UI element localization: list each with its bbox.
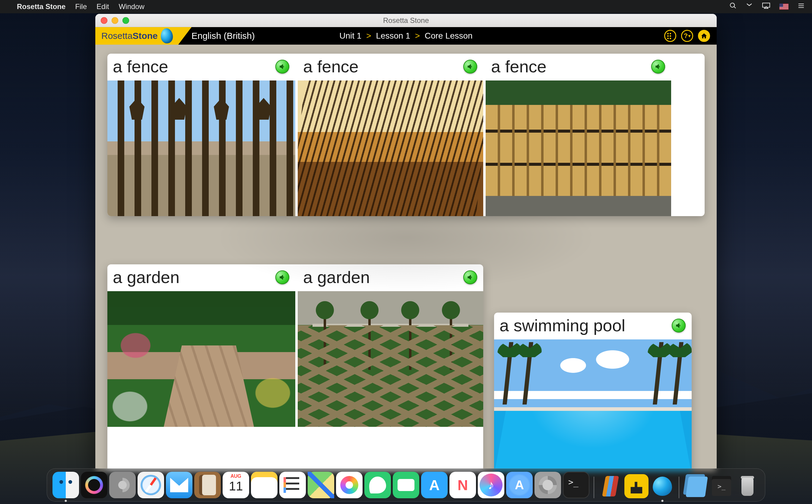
play-audio-button[interactable]: [672, 319, 686, 332]
card-label: a swimming pool: [500, 316, 625, 335]
dock-folder-icon[interactable]: [709, 474, 734, 498]
dock-finder-icon[interactable]: [52, 472, 79, 498]
window-close-button[interactable]: [101, 17, 107, 24]
card-image-fence-iron: [107, 80, 295, 216]
rosetta-stone-logo[interactable]: RosettaStone: [95, 27, 178, 45]
menu-extra-icon[interactable]: [746, 2, 753, 11]
play-audio-button[interactable]: [463, 270, 477, 284]
dock-appstore-icon[interactable]: [421, 472, 448, 498]
dock-notes-icon[interactable]: [251, 472, 277, 498]
breadcrumb-lesson: Lesson 1: [376, 31, 410, 40]
dock-photos-icon[interactable]: [336, 472, 362, 498]
menu-file[interactable]: File: [75, 2, 87, 11]
card-group-row-1: a fence a fence: [107, 54, 705, 216]
dock-siri-icon[interactable]: [81, 472, 107, 498]
dock-news-icon[interactable]: [450, 472, 476, 498]
card-label: a fence: [303, 57, 358, 76]
help-button[interactable]: ?▾: [681, 30, 693, 42]
card-label: a garden: [303, 267, 370, 287]
lesson-card[interactable]: a swimming pool: [494, 313, 692, 471]
dock-forklift-icon[interactable]: [624, 474, 649, 498]
play-audio-button[interactable]: [275, 60, 289, 74]
dock-rosetta-stone-icon[interactable]: [650, 474, 675, 498]
play-audio-button[interactable]: [463, 60, 477, 74]
play-audio-button[interactable]: [275, 270, 289, 284]
card-group-row-2b: a swimming pool: [494, 313, 692, 471]
dock-contacts-icon[interactable]: [194, 472, 221, 498]
rosetta-stone-icon: [160, 28, 173, 44]
app-header-bar: RosettaStone English (British) Unit 1 > …: [95, 27, 717, 45]
card-label: a garden: [113, 267, 179, 287]
card-image-garden-path: [107, 291, 295, 427]
macos-dock: [47, 468, 765, 502]
dock-messages-icon[interactable]: [364, 472, 391, 498]
lesson-card[interactable]: a garden: [295, 264, 483, 471]
dock-downloads-icon[interactable]: [684, 474, 708, 498]
dock-books-stack-icon[interactable]: [599, 474, 623, 498]
score-overview-button[interactable]: [664, 30, 676, 42]
lesson-card[interactable]: a fence: [107, 54, 295, 216]
card-label: a fence: [113, 57, 168, 76]
logo-text-b: Stone: [132, 31, 157, 41]
lesson-card[interactable]: a fence: [483, 54, 671, 216]
menu-window[interactable]: Window: [118, 2, 144, 11]
dock-trash-icon[interactable]: [735, 474, 760, 498]
window-minimize-button[interactable]: [112, 17, 118, 24]
window-titlebar[interactable]: Rosetta Stone: [95, 14, 717, 27]
input-source-us-flag-icon[interactable]: [779, 4, 788, 10]
dock-mac-appstore-icon[interactable]: [506, 472, 533, 498]
card-image-garden-formal: [298, 291, 483, 427]
menubar-app-name[interactable]: Rosetta Stone: [17, 2, 65, 11]
lesson-work-area: a fence a fence: [95, 45, 717, 471]
card-label: a fence: [491, 57, 547, 76]
spotlight-search-icon[interactable]: [729, 2, 737, 11]
macos-menubar: Rosetta Stone File Edit Window: [0, 0, 812, 13]
card-image-swimming-pool: [494, 339, 692, 471]
airplay-displays-icon[interactable]: [762, 2, 770, 11]
dock-system-preferences-icon[interactable]: [535, 472, 561, 498]
window-zoom-button[interactable]: [122, 17, 129, 24]
dock-safari-icon[interactable]: [137, 472, 164, 498]
notification-center-icon[interactable]: [798, 2, 805, 11]
dock-reminders-icon[interactable]: [279, 472, 306, 498]
dock-separator: [679, 477, 679, 498]
window-traffic-lights: [95, 17, 129, 24]
app-window: Rosetta Stone RosettaStone English (Brit…: [95, 14, 717, 471]
dock-itunes-icon[interactable]: [478, 472, 504, 498]
logo-text-a: Rosetta: [101, 31, 132, 41]
dock-launchpad-icon[interactable]: [109, 472, 136, 498]
dock-terminal-icon[interactable]: [563, 472, 589, 498]
dock-separator: [594, 477, 594, 498]
dock-mail-icon[interactable]: [166, 472, 192, 498]
lesson-card[interactable]: a fence: [295, 54, 483, 216]
card-group-row-2a: a garden a garden: [107, 264, 483, 471]
card-image-fence-bamboo: [486, 80, 671, 216]
menu-edit[interactable]: Edit: [96, 2, 109, 11]
language-label[interactable]: English (British): [191, 31, 255, 41]
window-title: Rosetta Stone: [95, 16, 717, 25]
lesson-card[interactable]: a garden: [107, 264, 295, 471]
dock-calendar-icon[interactable]: [223, 472, 249, 498]
dock-maps-icon[interactable]: [308, 472, 334, 498]
card-image-fence-sand: [298, 80, 483, 216]
home-button[interactable]: [698, 30, 710, 42]
play-audio-button[interactable]: [651, 60, 665, 74]
dock-facetime-icon[interactable]: [393, 472, 419, 498]
breadcrumb-section: Core Lesson: [425, 31, 473, 40]
breadcrumb-unit: Unit 1: [339, 31, 361, 40]
